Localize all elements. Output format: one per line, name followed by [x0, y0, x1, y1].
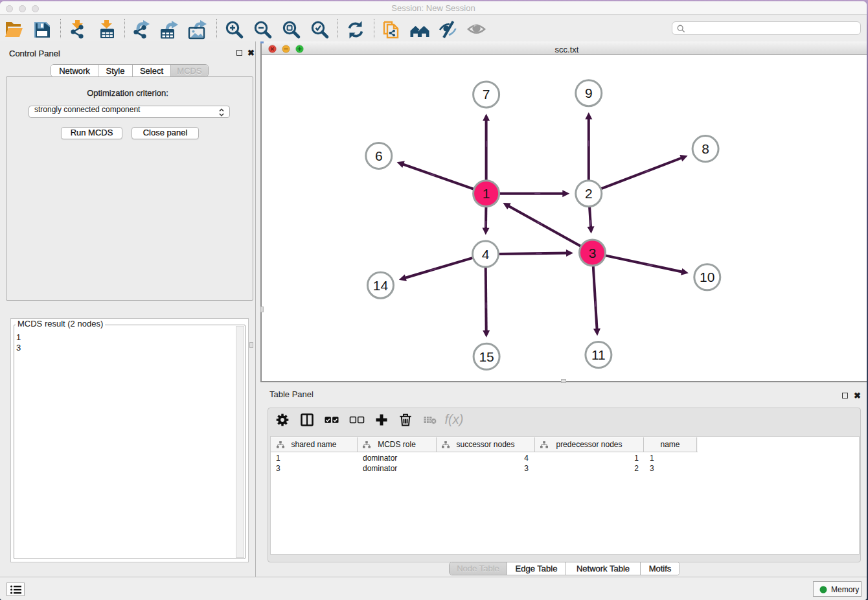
svg-text:3: 3	[589, 246, 597, 260]
svg-text:2: 2	[585, 186, 593, 201]
svg-text:6: 6	[375, 148, 383, 163]
svg-text:15: 15	[479, 349, 494, 364]
svg-text:9: 9	[585, 86, 593, 100]
svg-text:1: 1	[483, 186, 490, 201]
svg-text:8: 8	[702, 141, 709, 156]
svg-text:f(x): f(x)	[445, 412, 464, 426]
svg-text:7: 7	[483, 87, 490, 102]
svg-text:4: 4	[482, 247, 490, 262]
svg-text:11: 11	[591, 347, 606, 362]
svg-text:14: 14	[373, 278, 389, 293]
svg-text:10: 10	[700, 270, 714, 284]
